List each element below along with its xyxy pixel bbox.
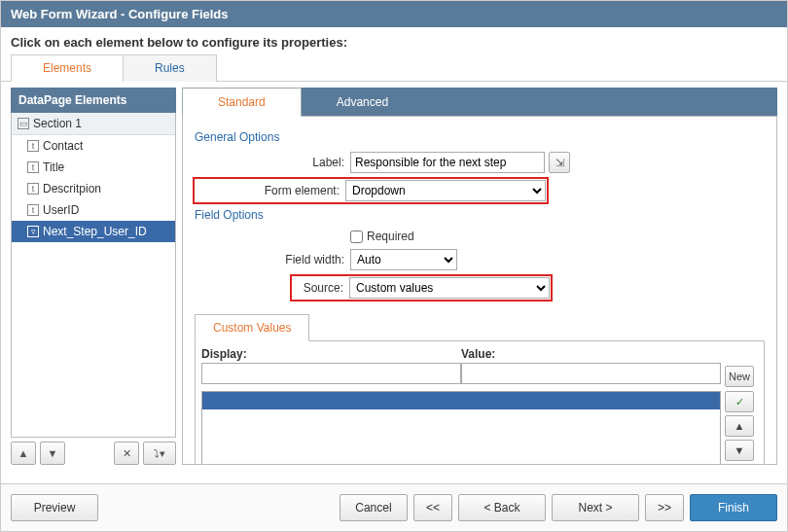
subtab-standard[interactable]: Standard xyxy=(182,88,302,117)
tree-item-contact[interactable]: t Contact xyxy=(12,135,175,157)
form-element-select[interactable]: Dropdown xyxy=(345,180,546,201)
instruction-text: Click on each element below to configure… xyxy=(1,27,787,53)
general-options-title: General Options xyxy=(195,130,765,144)
custom-values-tab[interactable]: Custom Values xyxy=(195,314,309,341)
top-tabs: Elements Rules xyxy=(1,53,787,82)
wizard-window: Web Form Wizard - Configure Fields Click… xyxy=(0,0,788,532)
value-label: Value: xyxy=(461,347,721,361)
tree-item-next-step-user-id[interactable]: ▿ Next_Step_User_ID xyxy=(12,221,175,242)
next-button[interactable]: Next > xyxy=(552,494,639,521)
text-field-icon: t xyxy=(27,140,39,152)
preview-button[interactable]: Preview xyxy=(11,494,98,521)
form-element-label: Form element: xyxy=(196,184,345,197)
confirm-button[interactable]: ✓ xyxy=(725,391,754,412)
insert-button[interactable]: ⤵▾ xyxy=(143,442,176,465)
tree-item-label: Contact xyxy=(43,139,83,153)
tree-item-description[interactable]: t Descritpion xyxy=(12,178,175,199)
tree-section[interactable]: ▭ Section 1 xyxy=(12,113,175,135)
delete-button[interactable]: ✕ xyxy=(114,442,139,465)
field-options-title: Field Options xyxy=(195,208,765,222)
finish-button[interactable]: Finish xyxy=(690,494,777,521)
back-button[interactable]: < Back xyxy=(458,494,546,521)
custom-values-box: Display: Value: New xyxy=(195,340,765,465)
display-input[interactable] xyxy=(201,363,461,384)
row-label: Label: ⇲ xyxy=(195,152,765,173)
tab-elements[interactable]: Elements xyxy=(11,54,124,82)
label-options-button[interactable]: ⇲ xyxy=(549,152,570,173)
sidebar-toolbar: ▲ ▼ ✕ ⤵▾ xyxy=(11,438,176,465)
element-tree[interactable]: ▭ Section 1 t Contact t Title t Descritp… xyxy=(11,113,176,438)
source-select[interactable]: Custom values xyxy=(349,277,550,299)
field-width-label: Field width: xyxy=(195,253,350,266)
new-value-button[interactable]: New xyxy=(725,366,754,387)
tree-item-userid[interactable]: t UserID xyxy=(12,199,175,221)
row-form-element: Form element: Dropdown xyxy=(195,179,765,202)
move-up-button[interactable]: ▲ xyxy=(11,442,36,465)
tree-item-title[interactable]: t Title xyxy=(12,157,175,178)
last-button[interactable]: >> xyxy=(645,494,684,521)
source-label: Source: xyxy=(293,281,349,295)
tab-rules[interactable]: Rules xyxy=(123,54,217,82)
subtab-advanced[interactable]: Advanced xyxy=(301,88,424,117)
required-label: Required xyxy=(367,230,414,243)
text-field-icon: t xyxy=(27,204,39,216)
window-title: Web Form Wizard - Configure Fields xyxy=(11,7,229,21)
delete-value-button[interactable]: ✕ xyxy=(725,464,754,465)
value-input[interactable] xyxy=(461,363,721,384)
tree-section-label: Section 1 xyxy=(33,117,82,130)
sub-tabs: Standard Advanced xyxy=(182,88,777,117)
field-width-select[interactable]: Auto xyxy=(350,249,457,270)
titlebar: Web Form Wizard - Configure Fields xyxy=(1,1,787,27)
move-down-button[interactable]: ▼ xyxy=(40,442,65,465)
tree-item-label: Next_Step_User_ID xyxy=(43,225,147,238)
display-label: Display: xyxy=(201,347,461,361)
config-body: General Options Label: ⇲ Form element: D… xyxy=(182,116,777,465)
config-panel: Standard Advanced General Options Label:… xyxy=(182,88,777,465)
list-item[interactable] xyxy=(202,392,720,409)
sidebar-header: DataPage Elements xyxy=(11,88,176,113)
footer: Preview Cancel << < Back Next > >> Finis… xyxy=(1,483,787,531)
first-button[interactable]: << xyxy=(413,494,452,521)
main-area: DataPage Elements ▭ Section 1 t Contact … xyxy=(1,82,787,471)
label-label: Label: xyxy=(195,156,350,169)
required-checkbox[interactable] xyxy=(350,231,363,243)
move-value-up-button[interactable]: ▲ xyxy=(725,415,754,437)
tree-item-label: Title xyxy=(43,160,64,174)
custom-values-list[interactable] xyxy=(201,391,721,465)
row-required: Required xyxy=(195,230,765,243)
sidebar: DataPage Elements ▭ Section 1 t Contact … xyxy=(11,88,176,465)
section-icon: ▭ xyxy=(18,118,29,129)
move-value-down-button[interactable]: ▼ xyxy=(725,440,754,461)
row-source: Source: Custom values xyxy=(195,276,765,300)
dropdown-field-icon: ▿ xyxy=(27,226,39,237)
tree-item-label: UserID xyxy=(43,203,79,217)
label-input[interactable] xyxy=(350,152,545,173)
row-field-width: Field width: Auto xyxy=(195,249,765,270)
cancel-button[interactable]: Cancel xyxy=(340,494,408,521)
text-field-icon: t xyxy=(27,161,39,173)
tree-item-label: Descritpion xyxy=(43,182,101,195)
text-field-icon: t xyxy=(27,183,39,195)
